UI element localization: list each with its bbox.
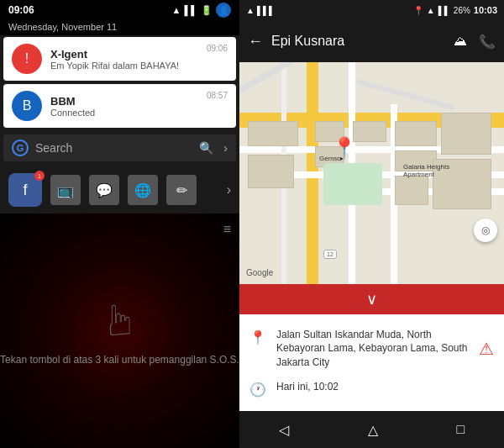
nav-home-button[interactable]: △ [368,422,378,438]
status-bar-right: ▲ ▌▌▌ 📍 ▲ ▌▌ 26% 10:03 [239,0,504,20]
notif-time-bbm: 08:57 [207,91,228,100]
map-block-7 [248,121,298,146]
right-time: 10:03 [474,5,497,15]
app-shortcut-facebook[interactable]: f 1 [8,173,42,207]
signal-icon: ▌▌ [184,5,197,15]
map-block-6 [441,113,491,155]
back-button[interactable]: ← [248,33,263,50]
alert-warning-icon[interactable]: ⚠ [479,339,494,359]
search-placeholder: Search [35,141,192,155]
notification-bbm[interactable]: B BBM Connected 08:57 [3,84,236,128]
map-block-9 [395,176,428,205]
map-block-2 [353,121,386,142]
app-shortcut-edit[interactable]: ✏ [166,175,197,205]
notif-icon-xigent: ! [12,44,42,74]
contact-name: Epi Kusnara [271,34,445,49]
right-status-left-icons: ▲ ▌▌▌ [246,6,275,15]
road-diagonal-2 [356,79,454,110]
notif-title-bbm: BBM [50,95,198,108]
map-pin: 📍 [332,136,357,160]
clock-icon: 🕐 [249,382,266,398]
map-view-icon[interactable]: ⛰ [454,34,467,49]
dark-overlay: ≡ ☟ Tekan tombol di atas 3 kali untuk pe… [0,213,239,448]
road-number-badge: 12 [323,250,337,259]
notif-content-bbm: BBM Connected [50,95,198,118]
contact-header: ← Epi Kusnara ⛰ 📞 [239,20,504,62]
time-row: 🕐 Hari ini, 10:02 [249,375,494,403]
navigation-bar: ◁ △ □ [239,411,504,448]
chat-icon: 💬 [96,182,113,198]
map-background: Gemsc▸ Galaria HeightsApartment 📍 12 Goo… [239,62,504,284]
address-text: Jalan Sultan Iskandar Muda, North Kebayo… [276,328,469,370]
map-green-area [323,163,382,205]
left-time: 09:06 [8,4,34,16]
more-apps-button[interactable]: › [227,182,231,198]
road-diagonal-1 [239,62,350,93]
app-shortcut-tv[interactable]: 📺 [50,175,81,205]
header-action-icons: ⛰ 📞 [454,34,496,50]
location-status-icon: 📍 [413,6,423,15]
notif-icon-bbm: B [12,91,42,121]
bbm-symbol: B [23,98,32,113]
right-status-right-info: 📍 ▲ ▌▌ 26% 10:03 [413,5,497,15]
address-row: 📍 Jalan Sultan Iskandar Muda, North Keba… [249,323,494,375]
status-bar-left: 09:06 ▲ ▌▌ 🔋 👤 [0,0,239,20]
my-location-button[interactable]: ◎ [474,219,497,242]
notif-subtitle-bbm: Connected [50,108,198,118]
nav-back-button[interactable]: ◁ [279,422,289,438]
right-panel: ▲ ▌▌▌ 📍 ▲ ▌▌ 26% 10:03 ← Epi Kusnara ⛰ 📞 [239,0,504,448]
expand-bar[interactable]: ∨ [239,284,504,314]
battery-percentage: 26% [454,6,470,15]
left-panel: 09:06 ▲ ▌▌ 🔋 👤 Wednesday, November 11 ! … [0,0,239,448]
android-icon: ▲ [246,6,255,15]
tv-icon: 📺 [57,182,74,198]
app-shortcut-chat[interactable]: 💬 [89,175,119,205]
search-mic-icon[interactable]: 🔍 [199,141,213,155]
globe-icon: 🌐 [134,182,151,198]
facebook-icon: f [23,182,27,199]
battery-icon: 🔋 [201,5,213,16]
wifi-status-icon: ▲ [427,6,435,15]
expand-chevron-icon: ∨ [366,290,377,308]
left-date: Wednesday, November 11 [0,20,239,35]
notif-subtitle-xigent: Em Yopik Rifai dalam BAHAYA! [50,61,198,71]
edit-icon: ✏ [176,182,187,198]
left-status-icons: ▲ ▌▌ 🔋 👤 [172,3,231,18]
address-pin-icon: 📍 [249,329,266,345]
google-map-logo: Google [246,268,273,277]
sos-instruction-text: Tekan tombol di atas 3 kali untuk pemang… [0,352,239,367]
notification-badge: 1 [34,171,45,181]
alert-symbol: ! [25,51,29,66]
nav-recent-button[interactable]: □ [456,422,465,437]
wifi-icon: ▲ [172,5,181,15]
notif-title-xigent: X-Igent [50,48,198,61]
call-icon[interactable]: 📞 [479,34,496,50]
google-logo-icon: G [12,140,29,156]
hamburger-icon[interactable]: ≡ [223,222,231,237]
signal-bars: ▌▌▌ [257,6,275,15]
app-shortcuts: f 1 📺 💬 🌐 ✏ › [0,166,239,213]
map-label-galaria: Galaria HeightsApartment [403,163,449,178]
time-text: Hari ini, 10:02 [276,380,339,394]
map-block-4 [395,121,437,146]
map-container[interactable]: Gemsc▸ Galaria HeightsApartment 📍 12 Goo… [239,62,504,284]
hand-gesture-icon: ☟ [108,295,133,344]
notification-xigent[interactable]: ! X-Igent Em Yopik Rifai dalam BAHAYA! 0… [3,37,236,81]
avatar-icon: 👤 [216,3,231,18]
signal-status-icon: ▌▌ [438,6,450,15]
notif-content-xigent: X-Igent Em Yopik Rifai dalam BAHAYA! [50,48,198,71]
notif-time-xigent: 09:06 [207,44,228,53]
search-bar[interactable]: G Search 🔍 › [3,134,236,161]
location-arrow-icon: ◎ [481,224,490,236]
contact-details: 📍 Jalan Sultan Iskandar Muda, North Keba… [239,314,504,411]
app-shortcut-globe[interactable]: 🌐 [128,175,158,205]
map-block-8 [248,155,294,188]
search-expand-icon[interactable]: › [223,141,228,155]
